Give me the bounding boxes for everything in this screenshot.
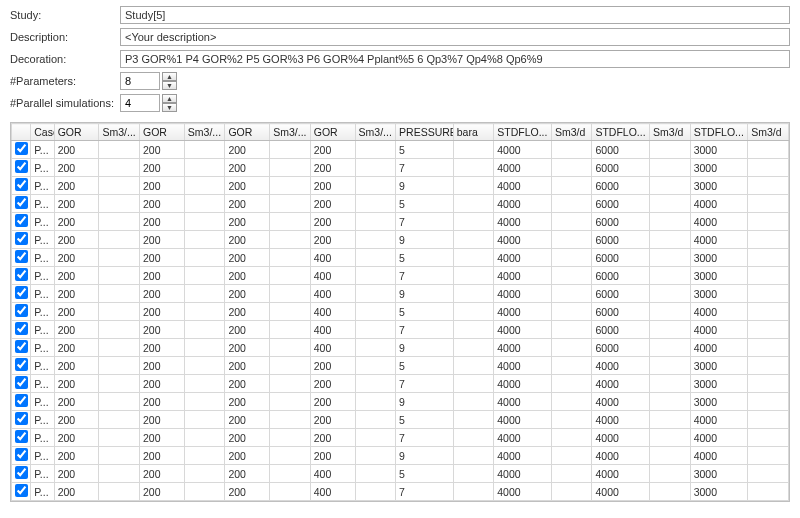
parallel-spin-down[interactable]: ▼ [162, 103, 177, 112]
row-checkbox[interactable] [15, 232, 28, 245]
row-checkbox[interactable] [15, 358, 28, 371]
cell-su2[interactable] [650, 483, 691, 501]
cell-gor3[interactable]: 200 [225, 159, 270, 177]
column-header[interactable]: PRESSURE [396, 124, 454, 141]
row-checkbox[interactable] [15, 214, 28, 227]
cell-u1[interactable] [99, 375, 140, 393]
cell-gor1[interactable]: 200 [54, 447, 99, 465]
cell-u3[interactable] [270, 285, 311, 303]
cell-u1[interactable] [99, 393, 140, 411]
cell-case[interactable]: P... [31, 393, 54, 411]
cell-sf2[interactable]: 4000 [592, 411, 650, 429]
cell-sf2[interactable]: 6000 [592, 321, 650, 339]
cell-gor1[interactable]: 200 [54, 267, 99, 285]
table-row[interactable]: P...2002002002007400040004000 [12, 429, 789, 447]
cell-gor2[interactable]: 200 [140, 411, 185, 429]
cell-su2[interactable] [650, 447, 691, 465]
cell-sf3[interactable]: 4000 [690, 447, 748, 465]
cell-sf1[interactable]: 4000 [494, 303, 552, 321]
cell-su1[interactable] [551, 177, 592, 195]
cell-pressure[interactable]: 7 [396, 483, 454, 501]
row-checkbox[interactable] [15, 376, 28, 389]
cell-gor1[interactable]: 200 [54, 249, 99, 267]
column-header[interactable]: GOR [225, 124, 270, 141]
cell-gor4[interactable]: 200 [310, 411, 355, 429]
cell-u1[interactable] [99, 483, 140, 501]
cell-gor2[interactable]: 200 [140, 177, 185, 195]
cell-pu[interactable] [453, 285, 494, 303]
cell-pressure[interactable]: 9 [396, 393, 454, 411]
cell-sf2[interactable]: 4000 [592, 501, 650, 503]
table-row[interactable]: P...2002002002009400040004000 [12, 447, 789, 465]
cell-sf3[interactable]: 3000 [690, 483, 748, 501]
cell-gor3[interactable]: 200 [225, 267, 270, 285]
cell-gor4[interactable]: 200 [310, 159, 355, 177]
cell-gor4[interactable]: 400 [310, 267, 355, 285]
cell-u1[interactable] [99, 141, 140, 159]
cell-u1[interactable] [99, 195, 140, 213]
parameters-input[interactable] [120, 72, 160, 90]
cell-gor2[interactable]: 200 [140, 231, 185, 249]
cell-gor4[interactable]: 400 [310, 321, 355, 339]
cell-su3[interactable] [748, 393, 789, 411]
cell-sf3[interactable]: 4000 [690, 429, 748, 447]
cell-case[interactable]: P... [31, 429, 54, 447]
cell-sf2[interactable]: 6000 [592, 177, 650, 195]
table-row[interactable]: P...2002002004009400060004000 [12, 339, 789, 357]
cell-su3[interactable] [748, 267, 789, 285]
cell-su2[interactable] [650, 393, 691, 411]
cell-su3[interactable] [748, 465, 789, 483]
cell-u4[interactable] [355, 429, 396, 447]
row-checkbox[interactable] [15, 448, 28, 461]
cell-sf1[interactable]: 4000 [494, 429, 552, 447]
cell-su3[interactable] [748, 195, 789, 213]
cell-pu[interactable] [453, 141, 494, 159]
cell-gor4[interactable]: 200 [310, 393, 355, 411]
cell-gor2[interactable]: 200 [140, 141, 185, 159]
cell-gor2[interactable]: 200 [140, 213, 185, 231]
cell-u2[interactable] [184, 339, 225, 357]
cell-gor2[interactable]: 200 [140, 357, 185, 375]
cell-su2[interactable] [650, 231, 691, 249]
cell-case[interactable]: P... [31, 465, 54, 483]
cell-su1[interactable] [551, 285, 592, 303]
cell-sf3[interactable]: 3000 [690, 267, 748, 285]
cell-sf3[interactable]: 3000 [690, 393, 748, 411]
cell-sf1[interactable]: 4000 [494, 213, 552, 231]
cell-sf3[interactable]: 4000 [690, 213, 748, 231]
cell-case[interactable]: P... [31, 213, 54, 231]
cell-u1[interactable] [99, 321, 140, 339]
cell-sf2[interactable]: 4000 [592, 375, 650, 393]
cell-gor1[interactable]: 200 [54, 375, 99, 393]
cell-u1[interactable] [99, 303, 140, 321]
cell-su2[interactable] [650, 465, 691, 483]
cell-gor1[interactable]: 200 [54, 141, 99, 159]
cell-gor1[interactable]: 200 [54, 483, 99, 501]
cell-su1[interactable] [551, 303, 592, 321]
cell-su1[interactable] [551, 483, 592, 501]
cell-case[interactable]: P... [31, 249, 54, 267]
cell-gor1[interactable]: 200 [54, 411, 99, 429]
cell-u3[interactable] [270, 321, 311, 339]
column-header[interactable]: Sm3/... [355, 124, 396, 141]
cell-u2[interactable] [184, 231, 225, 249]
cell-pressure[interactable]: 9 [396, 501, 454, 503]
table-row[interactable]: P...2002002002009400040003000 [12, 393, 789, 411]
cell-su2[interactable] [650, 249, 691, 267]
column-header[interactable] [12, 124, 31, 141]
table-row[interactable]: P...2002002004007400040003000 [12, 483, 789, 501]
cell-u1[interactable] [99, 177, 140, 195]
cell-sf3[interactable]: 4000 [690, 195, 748, 213]
cell-u3[interactable] [270, 159, 311, 177]
cell-gor1[interactable]: 200 [54, 303, 99, 321]
cell-gor3[interactable]: 200 [225, 213, 270, 231]
table-row[interactable]: P...2002002002005400060004000 [12, 195, 789, 213]
cell-pu[interactable] [453, 159, 494, 177]
cell-su1[interactable] [551, 267, 592, 285]
cell-pu[interactable] [453, 195, 494, 213]
row-checkbox[interactable] [15, 160, 28, 173]
cell-su2[interactable] [650, 177, 691, 195]
cell-sf1[interactable]: 4000 [494, 447, 552, 465]
cell-u2[interactable] [184, 177, 225, 195]
cell-su1[interactable] [551, 429, 592, 447]
